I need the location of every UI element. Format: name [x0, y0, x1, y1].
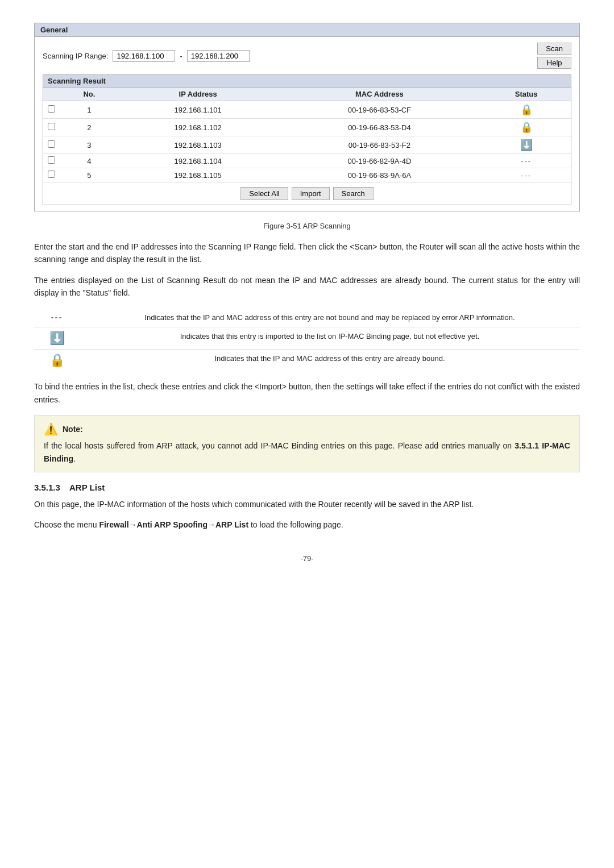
scan-row: Scanning IP Range: - Scan Help: [43, 43, 571, 69]
scanning-result-header: Scanning Result: [43, 75, 571, 88]
cell-status: ---: [482, 154, 571, 168]
cell-status: 🔒: [482, 101, 571, 119]
para3: To bind the entries in the list, check t…: [34, 380, 580, 406]
legend-row: ⬇️Indicates that this entry is imported …: [34, 327, 580, 350]
note-box: ⚠️ Note: If the local hosts suffered fro…: [34, 415, 580, 472]
scan-button[interactable]: Scan: [537, 43, 571, 55]
legend-table: ---Indicates that the IP and MAC address…: [34, 309, 580, 372]
para4: On this page, the IP-MAC information of …: [34, 498, 580, 510]
ip-dash: -: [180, 52, 182, 60]
table-row: 2192.168.1.10200-19-66-83-53-D4🔒: [43, 119, 571, 136]
legend-bound-icon: 🔒: [49, 353, 65, 367]
cell-no: 3: [60, 136, 119, 154]
cell-no: 5: [60, 168, 119, 182]
note-title: ⚠️ Note:: [44, 422, 570, 436]
para5-post: to load the following page.: [248, 520, 343, 529]
cell-status: ⬇️: [482, 136, 571, 154]
cell-mac: 00-19-66-83-53-F2: [277, 136, 482, 154]
table-row: 1192.168.1.10100-19-66-83-53-CF🔒: [43, 101, 571, 119]
bound-icon: 🔒: [520, 104, 533, 115]
unbound-dashes: ---: [521, 157, 532, 165]
imported-icon: ⬇️: [520, 139, 533, 151]
general-panel: General Scanning IP Range: - Scan Help S…: [34, 23, 580, 211]
bound-icon: 🔒: [520, 122, 533, 133]
row-checkbox[interactable]: [48, 156, 55, 164]
row-checkbox[interactable]: [48, 105, 55, 113]
scanning-result-panel: Scanning Result No. IP Address MAC Addre…: [43, 74, 571, 205]
help-button[interactable]: Help: [537, 57, 571, 69]
panel-body: Scanning IP Range: - Scan Help Scanning …: [35, 37, 579, 211]
para2: The entries displayed on the List of Sca…: [34, 274, 580, 300]
legend-desc: Indicates that this entry is imported to…: [80, 327, 580, 350]
cell-ip: 192.168.1.104: [119, 154, 277, 168]
para5-menu: Firewall→Anti ARP Spoofing→ARP List: [99, 520, 248, 529]
cell-ip: 192.168.1.101: [119, 101, 277, 119]
select-all-button[interactable]: Select All: [240, 187, 288, 200]
section-num: 3.5.1.3: [34, 483, 60, 492]
cell-mac: 00-19-66-83-9A-6A: [277, 168, 482, 182]
legend-icon-cell: 🔒: [34, 350, 80, 372]
row-checkbox[interactable]: [48, 123, 55, 130]
para1: Enter the start and the end IP addresses…: [34, 240, 580, 266]
section-heading: 3.5.1.3 ARP List: [34, 483, 580, 492]
ip-start-input[interactable]: [113, 50, 175, 62]
cell-status: ---: [482, 168, 571, 182]
cell-status: 🔒: [482, 119, 571, 136]
para5: Choose the menu Firewall→Anti ARP Spoofi…: [34, 518, 580, 531]
table-row: 4192.168.1.10400-19-66-82-9A-4D---: [43, 154, 571, 168]
legend-icon-cell: ⬇️: [34, 327, 80, 350]
figure-caption: Figure 3-51 ARP Scanning: [34, 222, 580, 230]
table-row: 5192.168.1.10500-19-66-83-9A-6A---: [43, 168, 571, 182]
cell-no: 4: [60, 154, 119, 168]
note-body: If the local hosts suffered from ARP att…: [44, 439, 570, 465]
cell-mac: 00-19-66-83-53-D4: [277, 119, 482, 136]
legend-imported-icon: ⬇️: [49, 331, 65, 345]
page-footer: -79-: [34, 554, 580, 563]
warning-icon: ⚠️: [44, 422, 58, 436]
cell-no: 2: [60, 119, 119, 136]
section-title: ARP List: [69, 483, 105, 492]
note-body-text: If the local hosts suffered from ARP att…: [44, 441, 515, 450]
legend-desc: Indicates that the IP and MAC address of…: [80, 309, 580, 327]
cell-ip: 192.168.1.102: [119, 119, 277, 136]
note-label: Note:: [63, 425, 83, 434]
para5-pre: Choose the menu: [34, 520, 99, 529]
import-button[interactable]: Import: [292, 187, 330, 200]
ip-end-input[interactable]: [187, 50, 250, 62]
cell-ip: 192.168.1.103: [119, 136, 277, 154]
cell-mac: 00-19-66-82-9A-4D: [277, 154, 482, 168]
cell-mac: 00-19-66-83-53-CF: [277, 101, 482, 119]
col-checkbox: [43, 88, 60, 101]
table-buttons: Select All Import Search: [43, 182, 571, 205]
scanning-ip-range-label: Scanning IP Range:: [43, 52, 108, 60]
row-checkbox[interactable]: [48, 171, 55, 178]
unbound-dashes: ---: [521, 171, 532, 180]
legend-icon-cell: ---: [34, 309, 80, 327]
col-mac: MAC Address: [277, 88, 482, 101]
legend-desc: Indicates that the IP and MAC address of…: [80, 350, 580, 372]
legend-dash-icon: ---: [51, 312, 63, 322]
col-status: Status: [482, 88, 571, 101]
search-button[interactable]: Search: [333, 187, 374, 200]
scanning-result-table: No. IP Address MAC Address Status 1192.1…: [43, 88, 571, 182]
col-no: No.: [60, 88, 119, 101]
row-checkbox[interactable]: [48, 140, 55, 148]
note-body2: .: [73, 454, 76, 463]
panel-header: General: [35, 23, 579, 37]
table-row: 3192.168.1.10300-19-66-83-53-F2⬇️: [43, 136, 571, 154]
scan-buttons: Scan Help: [537, 43, 571, 69]
cell-ip: 192.168.1.105: [119, 168, 277, 182]
legend-row: 🔒Indicates that the IP and MAC address o…: [34, 350, 580, 372]
legend-row: ---Indicates that the IP and MAC address…: [34, 309, 580, 327]
col-ip: IP Address: [119, 88, 277, 101]
cell-no: 1: [60, 101, 119, 119]
